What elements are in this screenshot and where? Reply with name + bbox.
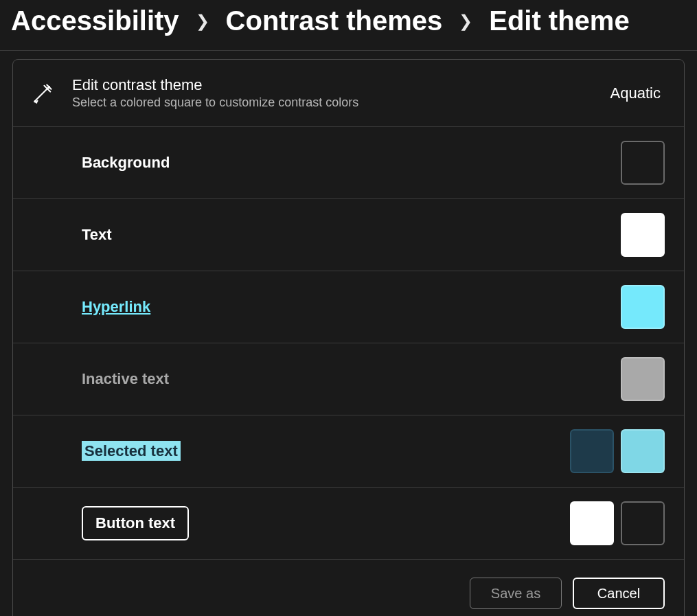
save-as-button[interactable]: Save as: [470, 578, 562, 609]
swatch-selected-fg[interactable]: [570, 429, 614, 473]
label-button-wrap: Button text: [82, 506, 563, 540]
edit-theme-panel: Edit contrast theme Select a colored squ…: [12, 59, 685, 616]
breadcrumb-contrast-themes[interactable]: Contrast themes: [226, 5, 443, 36]
swatch-selected-bg[interactable]: [621, 429, 665, 473]
label-hyperlink[interactable]: Hyperlink: [82, 298, 614, 316]
row-button-text: Button text: [13, 488, 684, 560]
swatch-text[interactable]: [621, 213, 665, 257]
row-selected: Selected text: [13, 415, 684, 488]
row-inactive: Inactive text: [13, 343, 684, 415]
label-inactive: Inactive text: [82, 370, 614, 388]
chevron-right-icon: ❯: [459, 12, 472, 31]
paint-brush-icon: [32, 83, 53, 104]
row-hyperlink: Hyperlink: [13, 271, 684, 343]
breadcrumb-edit-theme: Edit theme: [489, 5, 629, 36]
label-button: Button text: [82, 506, 189, 540]
breadcrumb: Accessibility ❯ Contrast themes ❯ Edit t…: [0, 0, 697, 51]
swatch-button-fg[interactable]: [570, 501, 614, 545]
breadcrumb-accessibility[interactable]: Accessibility: [11, 5, 179, 36]
swatch-inactive[interactable]: [621, 357, 665, 401]
row-text: Text: [13, 199, 684, 271]
panel-footer: Save as Cancel: [13, 560, 684, 616]
label-selected-wrap: Selected text: [82, 442, 563, 460]
swatch-hyperlink[interactable]: [621, 285, 665, 329]
panel-header: Edit contrast theme Select a colored squ…: [13, 60, 684, 127]
cancel-button[interactable]: Cancel: [573, 578, 665, 609]
panel-subtitle: Select a colored square to customize con…: [72, 95, 591, 110]
panel-title: Edit contrast theme: [72, 76, 591, 94]
swatch-button-bg[interactable]: [621, 501, 665, 545]
label-background: Background: [82, 154, 614, 172]
row-background: Background: [13, 127, 684, 199]
label-selected: Selected text: [82, 441, 181, 461]
swatch-background[interactable]: [621, 141, 665, 185]
label-text: Text: [82, 226, 614, 244]
chevron-right-icon: ❯: [196, 12, 209, 31]
theme-name: Aquatic: [610, 84, 665, 102]
